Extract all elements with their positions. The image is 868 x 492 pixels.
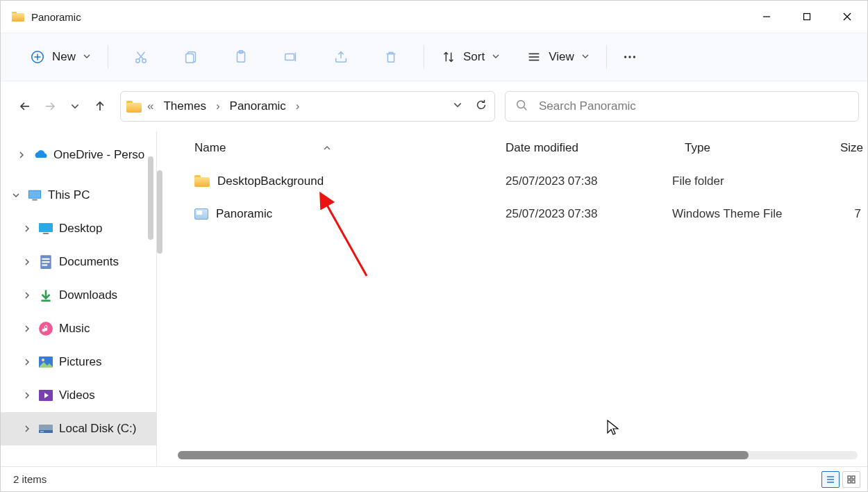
maximize-button[interactable]	[787, 1, 827, 33]
svg-point-21	[624, 56, 626, 58]
share-icon	[333, 49, 349, 65]
search-input[interactable]	[537, 99, 849, 114]
svg-point-42	[42, 359, 44, 361]
divider	[108, 45, 108, 69]
file-size: 7	[833, 207, 861, 221]
col-name[interactable]: Name	[194, 141, 226, 155]
more-button[interactable]	[615, 44, 644, 70]
delete-button[interactable]	[376, 44, 406, 70]
svg-point-27	[517, 100, 525, 108]
documents-icon	[38, 254, 53, 270]
sort-icon	[441, 49, 456, 65]
column-headers: Name Date modified Type Size	[157, 131, 867, 165]
svg-line-28	[524, 107, 527, 110]
svg-point-22	[628, 56, 631, 58]
file-name: DesktopBackground	[217, 174, 324, 188]
chevron-down-icon	[83, 50, 91, 64]
downloads-icon	[38, 288, 53, 303]
tree-documents[interactable]: Documents	[1, 245, 156, 279]
svg-rect-30	[29, 191, 40, 198]
folder-icon	[194, 175, 210, 187]
copy-button[interactable]	[176, 44, 206, 70]
tree-this-pc[interactable]: This PC	[1, 179, 156, 212]
search-icon	[515, 99, 528, 115]
command-bar: New	[1, 33, 867, 81]
address-dropdown[interactable]	[453, 99, 462, 113]
tree-videos[interactable]: Videos	[1, 379, 156, 412]
tree-local-disk-c[interactable]: Local Disk (C:)	[1, 412, 156, 445]
folder-icon	[126, 101, 142, 113]
file-name: Panoramic	[216, 207, 272, 221]
paste-icon	[233, 49, 249, 65]
recent-button[interactable]	[65, 96, 85, 117]
file-type: Windows Theme File	[672, 207, 833, 221]
status-bar: 2 items	[1, 466, 867, 491]
tree-music[interactable]: Music	[1, 312, 156, 345]
onedrive-icon	[33, 147, 48, 163]
minimize-button[interactable]	[746, 1, 787, 33]
address-bar[interactable]: « Themes › Panoramic ›	[120, 91, 495, 122]
col-size[interactable]: Size	[840, 141, 863, 154]
back-button[interactable]	[15, 96, 35, 117]
tree-label: Local Disk (C:)	[59, 422, 136, 436]
col-date[interactable]: Date modified	[506, 141, 578, 154]
svg-rect-1	[804, 14, 810, 20]
thumbnails-view-toggle[interactable]	[842, 471, 860, 488]
new-button[interactable]: New	[22, 44, 99, 70]
breadcrumb-parent[interactable]: Themes	[159, 97, 210, 116]
horizontal-scrollbar[interactable]	[178, 451, 858, 459]
file-date: 25/07/2023 07:38	[506, 174, 672, 188]
breadcrumb-overflow[interactable]: «	[146, 99, 155, 113]
svg-rect-36	[42, 261, 50, 263]
chevron-down-icon	[581, 50, 590, 64]
titlebar: Panoramic	[1, 1, 867, 33]
chevron-right-icon[interactable]: ›	[294, 99, 301, 113]
forward-button[interactable]	[40, 96, 60, 117]
chevron-right-icon[interactable]: ›	[215, 99, 222, 113]
nav-tree: OneDrive - Perso This PC Desktop Documen…	[1, 131, 156, 466]
sort-label: Sort	[463, 50, 485, 64]
up-button[interactable]	[90, 96, 110, 117]
cut-button[interactable]	[126, 44, 156, 70]
folder-icon	[12, 12, 24, 22]
rename-button[interactable]	[276, 44, 306, 70]
close-button[interactable]	[827, 1, 867, 33]
chevron-right-icon	[22, 224, 33, 233]
tree-label: Music	[59, 322, 90, 336]
tree-label: This PC	[48, 188, 90, 202]
chevron-down-icon	[492, 50, 500, 64]
refresh-button[interactable]	[475, 99, 487, 115]
tree-onedrive[interactable]: OneDrive - Perso	[1, 138, 156, 172]
tree-downloads[interactable]: Downloads	[1, 279, 156, 312]
file-row[interactable]: Panoramic 25/07/2023 07:38 Windows Theme…	[157, 197, 867, 230]
scrollbar-thumb[interactable]	[178, 451, 749, 459]
tree-label: Downloads	[59, 288, 117, 302]
svg-rect-15	[285, 54, 294, 60]
share-button[interactable]	[326, 44, 356, 70]
svg-rect-52	[852, 476, 855, 479]
svg-rect-33	[43, 233, 49, 234]
svg-rect-54	[852, 480, 855, 483]
svg-rect-32	[39, 223, 53, 232]
rename-icon	[283, 49, 299, 65]
details-view-toggle[interactable]	[821, 471, 840, 488]
delete-icon	[383, 49, 399, 65]
search-box[interactable]	[505, 91, 859, 122]
col-type[interactable]: Type	[685, 141, 710, 154]
sort-button[interactable]: Sort	[433, 44, 508, 70]
tree-desktop[interactable]: Desktop	[1, 212, 156, 245]
pc-icon	[27, 188, 42, 203]
svg-rect-47	[40, 432, 44, 432]
file-row[interactable]: DesktopBackground 25/07/2023 07:38 File …	[157, 165, 867, 197]
svg-rect-53	[848, 480, 851, 483]
view-button[interactable]: View	[518, 44, 598, 70]
svg-rect-12	[186, 54, 194, 63]
tree-pictures[interactable]: Pictures	[1, 345, 156, 379]
svg-rect-35	[42, 259, 50, 260]
theme-file-icon	[194, 208, 208, 220]
breadcrumb-current[interactable]: Panoramic	[226, 97, 290, 116]
chevron-right-icon	[22, 425, 33, 433]
tree-label: OneDrive - Perso	[53, 148, 144, 162]
paste-button[interactable]	[226, 44, 256, 70]
chevron-down-icon	[10, 191, 22, 199]
